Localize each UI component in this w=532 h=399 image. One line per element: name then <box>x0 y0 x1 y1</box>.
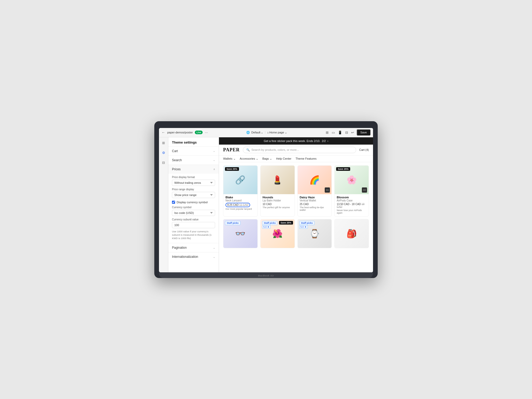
sidebar-settings-icon[interactable]: ⚙ <box>161 150 167 156</box>
laptop-screen: ← paper-demos/poster Live ··· 🌐 Default … <box>159 128 373 272</box>
cart-button[interactable]: Cart (4) <box>359 148 369 151</box>
menu-wallets[interactable]: Wallets ⌄ <box>223 157 236 160</box>
products-grid: 🔗 Save 25% Blake Neck Lanyard 8.25 CAD 1… <box>219 162 373 251</box>
product-name-blossom: Blossom <box>337 196 367 199</box>
prices-section-header[interactable]: Prices ∧ <box>168 165 219 174</box>
laptop-notch <box>159 126 175 128</box>
menu-bags[interactable]: Bags ⌄ <box>262 157 272 160</box>
currency-subunit-input[interactable] <box>172 222 215 228</box>
store-name: paper-demos/poster <box>167 131 193 134</box>
product-name-hounds: Hounds <box>263 196 292 199</box>
price-old-blake: 11 CAD <box>239 204 248 206</box>
product-info-daisy: Daisy Haze Vertical Wallet 25 CAD The be… <box>298 194 332 213</box>
menu-accessories[interactable]: Accessories ⌄ <box>240 157 258 160</box>
store-menu: Wallets ⌄ Accessories ⌄ Bags ⌄ Help Ce <box>219 155 373 162</box>
product-image-hounds: 💄 <box>261 166 295 194</box>
view-default-dropdown[interactable]: Default ⌄ <box>251 131 263 134</box>
product-desc-hounds: The perfect gift for anyone <box>263 206 292 209</box>
pagination-chevron-icon: ⌄ <box>213 246 215 249</box>
price-highlight-blake: 8.25 CAD 11 CAD <box>225 203 250 207</box>
pagination-section-header[interactable]: Pagination ⌄ <box>168 243 219 252</box>
product-image-p5: 👓 Staff picks <box>223 219 257 248</box>
product-card-p6[interactable]: 🌺 Staff picks Save 25% 5.0 ★ <box>260 219 295 248</box>
product-badge-blossom: Save 25% <box>336 167 350 171</box>
more-options-button[interactable]: ··· <box>205 130 208 134</box>
internationalization-section-header[interactable]: Internationalization ⌄ <box>168 252 219 261</box>
laptop-screen-area: ← paper-demos/poster Live ··· 🌐 Default … <box>159 126 373 272</box>
prices-chevron-icon: ∧ <box>213 168 215 171</box>
product-image-p6: 🌺 Staff picks Save 25% 5.0 ★ <box>261 219 295 248</box>
banner-text: Get a free sticker pack this week. Ends … <box>264 139 320 143</box>
internationalization-chevron-icon: ⌄ <box>213 255 215 258</box>
product-card-hounds[interactable]: 💄 Hounds Lip Balm Holder 10 CAD The perf… <box>260 165 295 217</box>
tablet-icon[interactable]: ▭ <box>331 130 335 135</box>
main-content: ⊞ ⚙ ⊟ Theme settings Cart ⌄ <box>159 137 373 272</box>
search-icon: 🔍 <box>246 148 250 152</box>
product-info-blake: Blake Neck Lanyard 8.25 CAD 11 CAD Our m… <box>223 194 257 212</box>
currency-symbol-select[interactable]: Iso code (USD) <box>172 210 215 216</box>
quick-view-btn-daisy[interactable]: >> <box>325 187 330 193</box>
product-save-badge-p6: Save 25% <box>279 221 293 225</box>
settings-panel: Theme settings Cart ⌄ Search ⌄ <box>168 137 219 272</box>
product-image-p8: 🎒 <box>335 219 369 248</box>
currency-subunit-hint: Use 1000 value if your currency's subuni… <box>172 230 215 240</box>
product-card-blake[interactable]: 🔗 Save 25% Blake Neck Lanyard 8.25 CAD 1… <box>223 165 258 217</box>
product-card-p8[interactable]: 🎒 <box>334 219 369 248</box>
menu-theme-features[interactable]: Theme Features <box>296 157 317 160</box>
currency-subunit-label: Currency subunit value <box>172 218 215 221</box>
homepage-dropdown[interactable]: ⌂ Home page ⌄ <box>267 131 287 134</box>
grid-icon[interactable]: ⊟ <box>345 130 349 135</box>
menu-help[interactable]: Help Center <box>276 157 291 160</box>
store-preview: Get a free sticker pack this week. Ends … <box>219 137 373 272</box>
price-display-format-select[interactable]: Without trailing zeros <box>172 180 215 186</box>
product-card-blossom[interactable]: 🌸 Save 25% >> Blossom AirPods Case 13.50… <box>334 165 369 217</box>
product-desc-daisy: The best-selling tie-dye wallet <box>300 206 330 211</box>
undo-icon[interactable]: ↩ <box>351 130 355 135</box>
product-info-blossom: Blossom AirPods Case 13.50 CAD - 18 CAD … <box>335 194 369 216</box>
live-badge: Live <box>195 131 203 134</box>
product-image-blake: 🔗 Save 25% <box>223 166 257 194</box>
search-chevron-icon: ⌄ <box>213 159 215 161</box>
product-image-p7: ⌚ Staff picks 5.0 ★ <box>298 219 332 248</box>
store-search-bar[interactable]: 🔍 Search by products, colors, or more... <box>243 147 356 153</box>
cart-section-header[interactable]: Cart ⌄ <box>168 147 219 155</box>
back-button[interactable]: ← <box>162 130 165 134</box>
search-section-header[interactable]: Search ⌄ <box>168 156 219 165</box>
display-currency-checkbox[interactable] <box>172 201 175 204</box>
product-card-daisy[interactable]: 🌈 >> Daisy Haze Vertical Wallet 25 CAD T… <box>297 165 332 217</box>
topbar: ← paper-demos/poster Live ··· 🌐 Default … <box>159 128 373 137</box>
settings-title: Theme settings <box>168 137 219 146</box>
price-range-display-select[interactable]: Show price range <box>172 192 215 198</box>
product-type-hounds: Lip Balm Holder <box>263 199 292 202</box>
search-section: Search ⌄ <box>168 155 219 165</box>
rating-p7: 5.0 ★ <box>299 225 308 229</box>
save-button[interactable]: Save <box>357 129 370 136</box>
display-currency-row: Display currency symbol <box>172 201 215 204</box>
cart-chevron-icon: ⌄ <box>213 150 215 152</box>
sidebar-apps-icon[interactable]: ⊟ <box>161 160 167 166</box>
product-price-daisy: 25 CAD <box>300 203 330 206</box>
search-placeholder-text: Search by products, colors, or more... <box>251 148 299 151</box>
prices-section-content: Price display format Without trailing ze… <box>168 176 219 243</box>
desktop-icon[interactable]: ⊞ <box>325 130 329 135</box>
globe-icon: 🌐 <box>246 131 250 134</box>
quick-view-btn-blossom[interactable]: >> <box>362 187 367 193</box>
laptop-base: MacBook Air <box>159 272 373 278</box>
product-name-daisy: Daisy Haze <box>300 196 330 199</box>
product-type-blake: Neck Lanyard <box>225 199 255 202</box>
product-card-p7[interactable]: ⌚ Staff picks 5.0 ★ <box>297 219 332 248</box>
rating-p6: 5.0 ★ <box>262 225 271 229</box>
topbar-center: 🌐 Default ⌄ | ⌂ Home page ⌄ <box>210 131 323 134</box>
prices-section: Prices ∧ Price display format Without tr… <box>168 165 219 243</box>
sidebar-layout-icon[interactable]: ⊞ <box>161 140 167 146</box>
product-type-blossom: AirPods Case <box>337 199 367 202</box>
banner-arrow[interactable]: › <box>327 139 328 143</box>
laptop-wrapper: ← paper-demos/poster Live ··· 🌐 Default … <box>154 121 378 278</box>
mobile-icon[interactable]: 📱 <box>337 130 343 135</box>
product-info-hounds: Hounds Lip Balm Holder 10 CAD The perfec… <box>261 194 295 211</box>
product-desc-blake: Our most popular lanyard <box>225 208 255 210</box>
currency-symbol-label: Currency symbol <box>172 206 215 209</box>
product-badge-blake: Save 25% <box>225 167 239 171</box>
product-card-p5[interactable]: 👓 Staff picks <box>223 219 258 248</box>
cart-section: Cart ⌄ <box>168 146 219 155</box>
